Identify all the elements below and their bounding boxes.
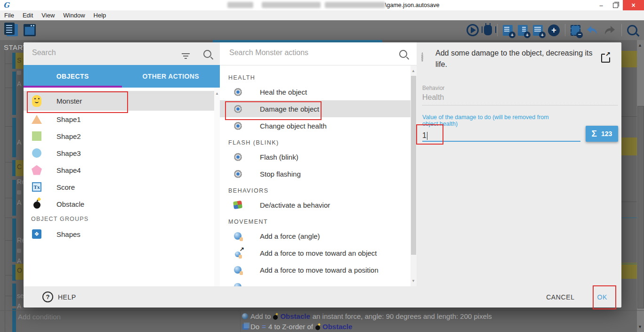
text-cursor [427, 132, 427, 140]
help-icon [42, 292, 53, 302]
tab-objects[interactable]: OBJECTS [24, 65, 122, 88]
add-sub-event-icon[interactable] [518, 25, 528, 36]
force-toward-object-icon [235, 251, 241, 257]
action-row-deactivate-behavior[interactable]: De/activate a behavior [220, 196, 411, 213]
main-toolbar: + [0, 20, 644, 40]
filter-icon[interactable] [182, 53, 190, 54]
object-group-icon [32, 229, 41, 239]
action-selector-panel: HEALTH Heal the object Damage the object… [220, 42, 417, 286]
search-icon[interactable] [203, 50, 211, 58]
damage-value-input[interactable]: 1 [422, 128, 580, 142]
delete-event-icon[interactable] [571, 25, 580, 36]
gear-icon [234, 122, 242, 130]
force-icon [234, 266, 242, 274]
object-row-score[interactable]: Tx Score [24, 178, 214, 195]
force-icon [234, 283, 242, 286]
square-icon [32, 131, 41, 141]
scroll-up-icon[interactable]: ▲ [215, 91, 219, 96]
object-list-scrollbar[interactable]: ▲ [214, 88, 220, 286]
dialog-footer: HELP CANCEL OK [24, 286, 621, 308]
object-row-shape2[interactable]: Shape2 [24, 128, 214, 145]
section-flash: FLASH (BLINK) [220, 137, 411, 148]
undo-icon[interactable] [586, 25, 598, 35]
gear-icon [234, 105, 242, 113]
action-list: HEALTH Heal the object Damage the object… [220, 65, 411, 286]
open-in-new-icon[interactable] [601, 54, 610, 63]
event-action-row: Add to Obstacle an instant force, angle:… [242, 312, 492, 320]
menu-file[interactable]: File [0, 12, 18, 19]
expression-editor-button[interactable]: Σ 123 [586, 126, 618, 142]
menu-edit[interactable]: Edit [18, 12, 37, 19]
minimize-button[interactable]: – [594, 0, 608, 10]
pentagon-icon [32, 165, 42, 175]
action-row-stop-flashing[interactable]: Stop flashing [220, 165, 411, 182]
event-sheet-scrollbar[interactable]: ▲ ▼ [637, 40, 644, 332]
search-icon[interactable] [627, 25, 637, 35]
action-row-force-position[interactable]: Add a force to move toward a position [220, 261, 411, 278]
object-row-shape1[interactable]: Shape1 [24, 111, 214, 128]
object-search-input[interactable] [31, 48, 174, 57]
scroll-up-icon[interactable]: ▲ [638, 43, 642, 48]
redacted-title-segment [227, 2, 253, 8]
window-titlebar: G \game.json.autosave – × [0, 0, 644, 10]
menu-window[interactable]: Window [59, 12, 89, 19]
object-search-bar [24, 42, 220, 65]
scroll-down-icon[interactable]: ▼ [411, 279, 415, 283]
redacted-title-segment [262, 2, 321, 8]
search-icon[interactable] [399, 50, 407, 58]
redacted-title-segment [325, 2, 385, 8]
force-icon [234, 232, 242, 240]
action-row-partial[interactable] [220, 278, 411, 286]
section-health: HEALTH [220, 72, 411, 83]
add-circle-icon[interactable]: + [548, 24, 560, 36]
debug-icon[interactable] [484, 25, 492, 35]
scroll-up-icon[interactable]: ▲ [411, 69, 415, 73]
close-button[interactable]: × [623, 0, 644, 10]
comment-event-fragment [621, 263, 637, 279]
action-row-force-object[interactable]: Add a force to move toward an object [220, 244, 411, 261]
action-list-scrollbar[interactable]: ▲ ▼ [411, 65, 417, 286]
damage-value-label: Value of the damage to do (will be remov… [422, 114, 550, 127]
scene-editor-icon[interactable] [24, 24, 36, 36]
behavior-icon [233, 201, 242, 209]
maximize-button[interactable] [608, 0, 622, 10]
redo-icon[interactable] [604, 25, 616, 35]
gear-icon [234, 153, 242, 161]
play-icon[interactable] [467, 24, 479, 36]
action-row-force-angle[interactable]: Add a force (angle) [220, 227, 411, 244]
scrollbar-thumb[interactable] [411, 76, 416, 255]
add-standard-event-icon[interactable] [533, 25, 543, 36]
add-comment-event-icon[interactable] [503, 25, 513, 36]
group-row-shapes[interactable]: Shapes [24, 226, 214, 243]
bomb-icon [315, 325, 320, 330]
action-row-flash[interactable]: Flash (blink) [220, 148, 411, 165]
scrollbar-thumb[interactable] [637, 106, 644, 308]
project-events-icon[interactable] [7, 24, 18, 36]
comment-event-fragment [621, 51, 637, 67]
bomb-icon [273, 315, 278, 320]
action-parameters-panel: Add some damage to the object, decreasin… [417, 42, 621, 286]
behavior-label: Behavior [422, 85, 444, 91]
gdevelop-logo-icon: G [3, 1, 9, 9]
menu-view[interactable]: View [37, 12, 59, 19]
triangle-icon [32, 115, 42, 124]
object-row-shape3[interactable]: Shape3 [24, 145, 214, 162]
maximize-icon [613, 3, 618, 8]
object-row-monster[interactable]: Monster [24, 91, 214, 111]
action-row-heal[interactable]: Heal the object [220, 83, 411, 100]
section-behaviors: BEHAVIORS [220, 185, 411, 196]
help-button[interactable]: HELP [42, 292, 76, 302]
z-order-icon [242, 324, 248, 330]
action-row-change-health[interactable]: Change object health [220, 117, 411, 134]
action-search-input[interactable] [228, 48, 381, 57]
object-row-shape4[interactable]: Shape4 [24, 162, 214, 178]
action-description: Add some damage to the object, decreasin… [435, 48, 598, 70]
object-row-obstacle[interactable]: Obstacle [24, 195, 214, 212]
menu-help[interactable]: Help [89, 12, 111, 19]
add-condition-link: Add condition [18, 313, 61, 321]
tab-other-actions[interactable]: OTHER ACTIONS [122, 65, 220, 88]
scroll-down-icon[interactable]: ▼ [638, 324, 642, 329]
ok-button[interactable]: OK [597, 293, 607, 301]
action-row-damage[interactable]: Damage the object [220, 100, 411, 117]
cancel-button[interactable]: CANCEL [546, 293, 574, 301]
